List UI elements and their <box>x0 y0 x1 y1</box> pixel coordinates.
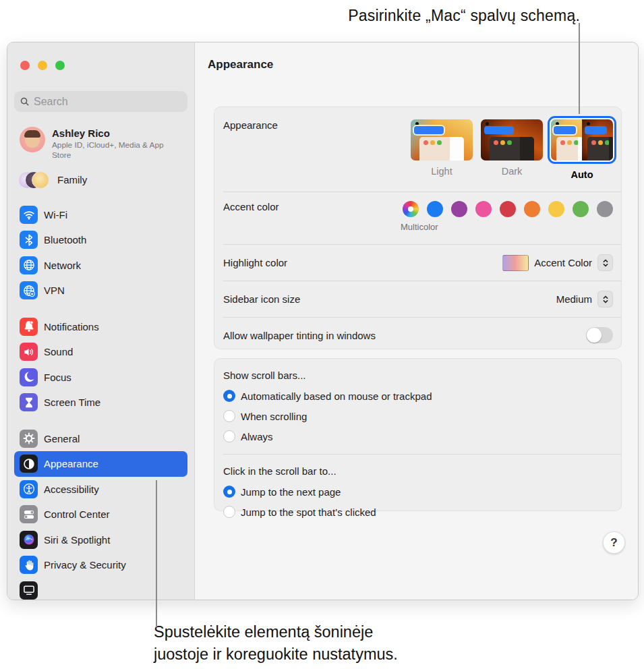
family-avatars <box>18 171 49 190</box>
sidebar-group: Wi-FiBluetoothNetworkVPN <box>14 202 187 303</box>
wallpaper-tinting-toggle[interactable] <box>586 327 613 343</box>
click-scroll-bar-label: Click in the scroll bar to... <box>214 455 621 479</box>
sidebar-item-notifications[interactable]: Notifications <box>14 314 187 340</box>
accent-color-gray[interactable] <box>597 201 613 217</box>
radio-label: Jump to the spot that’s clicked <box>241 506 376 518</box>
appearance-option-light[interactable]: Light <box>411 119 473 177</box>
highlight-color-select[interactable]: Accent Color <box>502 254 613 271</box>
radio-option-jump-to-the-next-page[interactable]: Jump to the next page <box>214 484 621 500</box>
sidebar: Search Ashley Rico Apple ID, iCloud+, Me… <box>7 42 195 600</box>
sidebar-item-label: Bluetooth <box>44 234 86 245</box>
radio-button[interactable] <box>223 410 235 422</box>
dark-mode-preview <box>481 119 543 161</box>
sidebar-item-label: Control Center <box>44 508 110 520</box>
privacy-icon <box>20 556 38 574</box>
wifi-icon <box>20 206 38 224</box>
appearance-settings-card: Appearance LightDarkAuto Accent color Mu… <box>214 107 622 349</box>
highlight-color-swatch <box>502 255 529 271</box>
sidebar-icon-size-label: Sidebar icon size <box>223 293 300 305</box>
search-icon <box>20 96 30 107</box>
sidebar-item-accessibility[interactable]: Accessibility <box>14 477 187 502</box>
profile-subtitle: Apple ID, iCloud+, Media & App Store <box>52 140 167 161</box>
top-callout-line <box>579 23 580 114</box>
radio-option-jump-to-the-spot-that-s-clicked[interactable]: Jump to the spot that’s clicked <box>214 504 621 520</box>
minimize-button[interactable] <box>38 61 47 70</box>
appearance-thumbnail[interactable] <box>411 119 473 161</box>
sidebar-item-sound[interactable]: Sound <box>14 339 187 365</box>
desktop-dock-icon <box>20 581 38 600</box>
accent-color-purple[interactable] <box>451 201 467 217</box>
sidebar-item-family[interactable]: Family <box>18 171 187 190</box>
sidebar-item-general[interactable]: General <box>14 426 187 452</box>
sound-icon <box>20 343 38 361</box>
appearance-thumbnail[interactable] <box>481 119 543 161</box>
system-settings-window: Search Ashley Rico Apple ID, iCloud+, Me… <box>7 42 639 600</box>
close-button[interactable] <box>20 61 30 70</box>
sidebar-item-partial[interactable] <box>14 578 187 600</box>
focus-icon <box>20 368 38 386</box>
sidebar-item-label: VPN <box>44 285 65 296</box>
sidebar-item-label: Screen Time <box>44 397 100 408</box>
control-center-icon <box>20 505 38 523</box>
accent-color-multicolor-selected[interactable] <box>403 201 419 217</box>
appearance-option-label: Dark <box>502 166 523 177</box>
notifications-icon <box>20 318 38 336</box>
appearance-option-label: Auto <box>570 169 593 180</box>
sidebar-item-network[interactable]: Network <box>14 253 187 279</box>
sidebar-item-privacy-security[interactable]: Privacy & Security <box>14 552 187 578</box>
sidebar-item-label: General <box>44 433 80 444</box>
toggle-knob <box>587 328 602 343</box>
sidebar-item-appearance[interactable]: Appearance <box>14 451 187 477</box>
appearance-options: LightDarkAuto <box>411 119 613 180</box>
accent-color-red[interactable] <box>500 201 516 217</box>
radio-option-when-scrolling[interactable]: When scrolling <box>214 408 621 424</box>
radio-option-automatically-based-on-mouse-or-trackpad[interactable]: Automatically based on mouse or trackpad <box>214 388 621 404</box>
search-placeholder: Search <box>34 96 68 108</box>
sidebar-icon-size-select[interactable]: Medium <box>556 291 613 308</box>
sidebar-item-label: Network <box>44 260 81 271</box>
radio-button[interactable] <box>223 430 235 442</box>
accent-color-blue[interactable] <box>427 201 443 217</box>
sidebar-item-bluetooth[interactable]: Bluetooth <box>14 227 187 253</box>
sidebar-icon-size-value: Medium <box>556 293 592 305</box>
sidebar-item-screen-time[interactable]: Screen Time <box>14 390 187 415</box>
radio-button[interactable] <box>223 390 235 402</box>
window-controls <box>20 61 187 70</box>
appearance-icon <box>20 455 38 473</box>
sidebar-item-label: Focus <box>44 372 71 383</box>
wallpaper-tinting-label: Allow wallpaper tinting in windows <box>223 330 376 341</box>
radio-button[interactable] <box>223 506 235 518</box>
accent-color-pink[interactable] <box>475 201 492 217</box>
radio-option-always[interactable]: Always <box>214 428 621 444</box>
radio-button[interactable] <box>223 486 235 498</box>
help-button[interactable]: ? <box>603 531 625 554</box>
page-title: Appearance <box>208 58 273 71</box>
siri-icon <box>20 531 38 549</box>
general-icon <box>20 430 38 448</box>
radio-label: Jump to the next page <box>241 486 341 498</box>
sidebar-item-label: Notifications <box>44 321 99 332</box>
sidebar-item-vpn[interactable]: VPN <box>14 278 187 303</box>
search-input[interactable]: Search <box>14 91 187 112</box>
sidebar-item-label: Privacy & Security <box>44 559 126 571</box>
light-mode-preview <box>411 119 473 161</box>
network-icon <box>20 256 38 274</box>
sidebar-item-apple-id[interactable]: Ashley Rico Apple ID, iCloud+, Media & A… <box>20 127 187 161</box>
profile-name: Ashley Rico <box>52 127 167 139</box>
radio-label: When scrolling <box>241 411 307 422</box>
sidebar-item-label: Sound <box>44 346 73 357</box>
sidebar-item-control-center[interactable]: Control Center <box>14 502 187 527</box>
radio-label: Automatically based on mouse or trackpad <box>241 390 432 402</box>
highlight-color-label: Highlight color <box>223 257 287 268</box>
accent-color-green[interactable] <box>573 201 589 217</box>
sidebar-item-siri-spotlight[interactable]: Siri & Spotlight <box>14 527 187 553</box>
accent-color-yellow[interactable] <box>548 201 564 217</box>
sidebar-item-focus[interactable]: Focus <box>14 365 187 390</box>
appearance-option-dark[interactable]: Dark <box>481 119 543 177</box>
zoom-button[interactable] <box>55 61 65 70</box>
sidebar-item-wi-fi[interactable]: Wi-Fi <box>14 202 187 228</box>
appearance-thumbnail[interactable] <box>548 116 616 164</box>
accent-color-orange[interactable] <box>524 201 540 217</box>
appearance-option-auto[interactable]: Auto <box>551 119 613 180</box>
question-mark-icon: ? <box>610 536 617 550</box>
